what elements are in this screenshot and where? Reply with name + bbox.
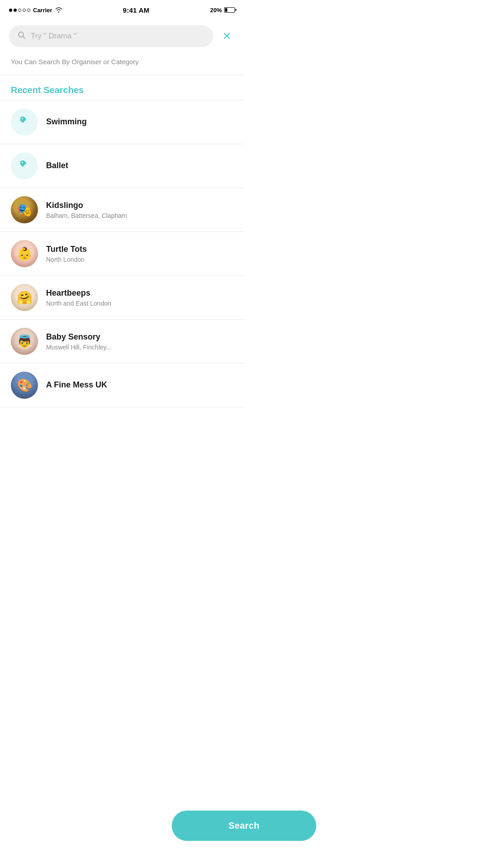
list-item[interactable]: Swimming (0, 100, 244, 144)
item-text: Baby Sensory Muswell Hill, Finchley... (46, 332, 233, 351)
signal-dots (9, 9, 30, 12)
battery-fill (225, 8, 227, 12)
dot-empty-1 (18, 9, 21, 12)
tag-icon (19, 115, 30, 129)
avatar (11, 152, 38, 179)
search-icon (17, 31, 26, 42)
status-left: Carrier (9, 7, 62, 14)
avatar (11, 372, 38, 399)
carrier-label: Carrier (33, 7, 52, 14)
item-text: Kidslingo Balham, Battersea, Clapham (46, 200, 233, 219)
item-name: Baby Sensory (46, 332, 233, 342)
close-icon: ✕ (222, 31, 231, 42)
item-text: Ballet (46, 160, 233, 171)
search-placeholder: Try " Drama " (31, 32, 76, 41)
search-container: Try " Drama " ✕ (0, 18, 244, 54)
item-text: Heartbeeps North and East London (46, 288, 233, 307)
list-item[interactable]: A Fine Mess UK (0, 363, 244, 407)
tag-avatar-ballet (11, 152, 38, 179)
item-name: Swimming (46, 117, 233, 127)
dot-empty-2 (23, 9, 26, 12)
list-item[interactable]: Ballet (0, 144, 244, 188)
item-name: Heartbeeps (46, 288, 233, 298)
search-bar[interactable]: Try " Drama " (9, 25, 213, 47)
recent-searches-list: Swimming Ballet Kidslingo Balham, Batter… (0, 100, 244, 407)
item-name: Turtle Tots (46, 244, 233, 255)
avatar (11, 284, 38, 311)
avatar (11, 240, 38, 267)
list-item[interactable]: Turtle Tots North London (0, 232, 244, 276)
avatar (11, 328, 38, 355)
recent-searches-title: Recent Searches (0, 75, 244, 100)
tag-icon (19, 159, 30, 173)
item-subtitle: North London (46, 256, 233, 263)
avatar (11, 108, 38, 136)
close-button[interactable]: ✕ (219, 28, 235, 44)
tag-avatar-swimming (11, 108, 38, 136)
list-item[interactable]: Kidslingo Balham, Battersea, Clapham (0, 188, 244, 232)
avatar (11, 196, 38, 223)
list-item[interactable]: Heartbeeps North and East London (0, 276, 244, 320)
item-name: Ballet (46, 160, 233, 171)
battery-icon (224, 7, 235, 13)
item-subtitle: Muswell Hill, Finchley... (46, 344, 233, 351)
list-item[interactable]: Baby Sensory Muswell Hill, Finchley... (0, 320, 244, 363)
status-right: 20% (210, 7, 235, 14)
dot-filled-1 (9, 9, 12, 12)
item-subtitle: North and East London (46, 300, 233, 307)
dot-filled-2 (14, 9, 17, 12)
battery-percent: 20% (210, 7, 222, 14)
status-bar: Carrier 9:41 AM 20% (0, 0, 244, 18)
search-hint: You Can Search By Organiser or Category (0, 54, 244, 75)
dot-empty-3 (27, 9, 30, 12)
item-text: Swimming (46, 117, 233, 127)
wifi-icon (55, 7, 62, 13)
item-subtitle: Balham, Battersea, Clapham (46, 212, 233, 219)
item-name: A Fine Mess UK (46, 380, 233, 390)
item-name: Kidslingo (46, 200, 233, 211)
status-time: 9:41 AM (123, 6, 150, 14)
item-text: A Fine Mess UK (46, 380, 233, 390)
item-text: Turtle Tots North London (46, 244, 233, 263)
